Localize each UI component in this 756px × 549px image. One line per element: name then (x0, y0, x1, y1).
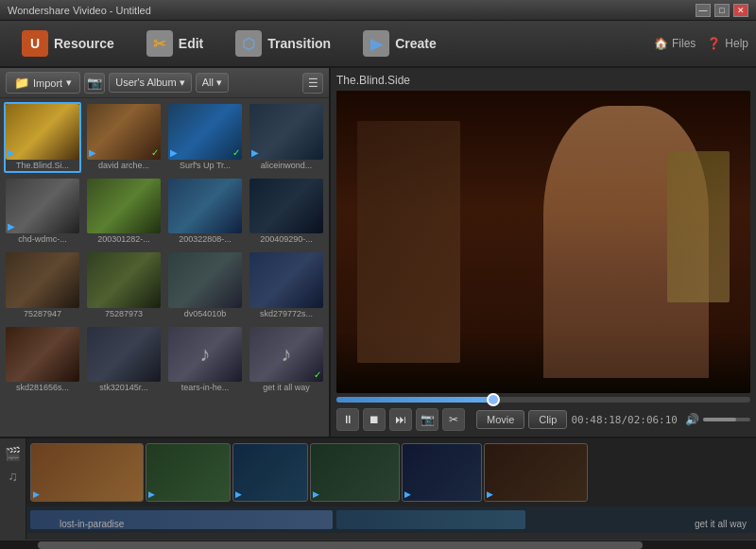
close-button[interactable]: ✕ (733, 4, 748, 17)
timeline-clip[interactable]: ▶ (402, 443, 482, 502)
movie-mode-button[interactable]: Movie (476, 410, 524, 429)
media-label: 200409290-... (249, 233, 323, 245)
sort-icon: ☰ (308, 77, 318, 90)
media-thumbnail (6, 327, 79, 383)
media-thumbnail: ▶ ✓ (87, 104, 161, 160)
audio-track: lost-in-paradise get it all way (26, 506, 756, 533)
clip-play-icon: ▶ (404, 489, 411, 499)
stop-button[interactable]: ⏹ (363, 408, 386, 431)
filter-selector[interactable]: All ▾ (196, 73, 229, 93)
scissors-icon: ✂ (449, 413, 458, 426)
media-item[interactable]: 200322808-... (166, 177, 244, 248)
help-button[interactable]: ❓ Help (707, 37, 748, 50)
media-thumbnail (87, 252, 161, 308)
video-icon: ▶ (89, 147, 96, 158)
snapshot-button[interactable]: 📷 (416, 408, 438, 431)
scrubber-handle[interactable] (487, 393, 500, 406)
media-thumbnail (87, 327, 161, 383)
media-item[interactable]: ▶ chd-wdmc-... (4, 177, 81, 248)
media-item[interactable]: ▶ aliceinwond... (248, 102, 325, 173)
media-label: aliceinwond... (249, 160, 323, 171)
video-icon: ▶ (251, 147, 259, 158)
timeline-clip[interactable]: ▶ (232, 443, 308, 502)
check-icon: ✓ (314, 369, 321, 380)
timeline-track-icons: 🎬 ♫ (0, 438, 26, 540)
toolbar: U Resource ✂ Edit ⬡ Transition ▶ Create … (0, 21, 756, 68)
media-item[interactable]: stk320145r... (85, 325, 163, 396)
left-panel: 📁 Import ▾ 📷 User's Album ▾ All ▾ ☰ ▶ (0, 68, 331, 437)
toolbar-transition-button[interactable]: ⬡ Transition (221, 24, 345, 63)
edit-label: Edit (179, 36, 203, 51)
media-label: david arche... (87, 160, 161, 171)
volume-slider[interactable] (703, 418, 750, 421)
create-icon: ▶ (363, 30, 389, 57)
media-item[interactable]: ▶ The.Blind.Si... (4, 102, 81, 173)
toolbar-resource-button[interactable]: U Resource (8, 24, 129, 63)
media-label: dv054010b (168, 308, 242, 319)
files-button[interactable]: 🏠 Files (654, 37, 696, 50)
import-dropdown-icon: ▾ (66, 77, 72, 89)
media-item[interactable]: ♪ ✓ get it all way (248, 325, 325, 396)
media-item[interactable]: skd281656s... (4, 325, 81, 396)
toolbar-edit-button[interactable]: ✂ Edit (132, 24, 217, 63)
help-icon: ❓ (707, 37, 721, 50)
camera-icon: 📷 (421, 413, 435, 426)
media-item[interactable]: 200409290-... (248, 177, 325, 248)
minimize-button[interactable]: — (696, 4, 711, 17)
title-bar: Wondershare Vivideo - Untitled — □ ✕ (0, 0, 756, 21)
media-item[interactable]: 75287947 (4, 250, 81, 321)
scrollbar-thumb[interactable] (38, 541, 643, 549)
window-controls[interactable]: — □ ✕ (696, 4, 748, 17)
media-thumbnail: ♪ (168, 327, 242, 383)
media-label: tears-in-he... (168, 382, 242, 393)
edit-icon: ✂ (146, 30, 173, 57)
media-item[interactable]: ▶ ✓ Surf's Up Tr... (166, 102, 244, 173)
media-item[interactable]: skd279772s... (248, 250, 325, 321)
album-selector[interactable]: User's Album ▾ (109, 73, 192, 93)
next-icon: ⏭ (395, 413, 406, 426)
timeline-clip[interactable]: ▶ (310, 443, 400, 502)
timeline-clip[interactable]: ▶ (484, 443, 588, 502)
maximize-button[interactable]: □ (714, 4, 730, 17)
timeline-clip[interactable]: ▶ (30, 443, 144, 502)
timeline-content[interactable]: ▶ ▶ ▶ ▶ ▶ ▶ (26, 438, 756, 540)
media-thumbnail (168, 252, 242, 308)
timeline-clip[interactable]: ▶ (146, 443, 231, 502)
timecode-display: 00:48:18/02:06:10 (571, 414, 678, 426)
video-preview[interactable] (336, 91, 750, 393)
sort-button[interactable]: ☰ (302, 73, 323, 94)
clip-play-icon: ▶ (313, 489, 319, 499)
video-scrubber[interactable] (336, 397, 750, 403)
audio-track-icon: ♫ (8, 469, 18, 484)
media-item[interactable]: dv054010b (166, 250, 244, 321)
transition-icon: ⬡ (235, 30, 262, 57)
pause-button[interactable]: ⏸ (336, 408, 359, 431)
media-item[interactable]: ♪ tears-in-he... (166, 325, 244, 396)
import-button[interactable]: 📁 Import ▾ (6, 72, 80, 94)
media-thumbnail (249, 179, 323, 234)
next-frame-button[interactable]: ⏭ (389, 408, 412, 431)
resource-label: Resource (54, 36, 114, 51)
toolbar-create-button[interactable]: ▶ Create (349, 24, 451, 63)
clip-mode-button[interactable]: Clip (528, 410, 567, 429)
help-label: Help (725, 37, 748, 50)
media-label: Surf's Up Tr... (168, 160, 242, 171)
media-label: get it all way (249, 382, 323, 393)
check-icon: ✓ (151, 147, 159, 158)
camera-capture-button[interactable]: 📷 (84, 73, 105, 94)
media-item[interactable]: 75287973 (85, 250, 163, 321)
video-track-icon: 🎬 (5, 446, 21, 461)
left-toolbar: 📁 Import ▾ 📷 User's Album ▾ All ▾ ☰ (0, 68, 329, 98)
scrubber-track[interactable] (336, 397, 750, 403)
media-item[interactable]: 200301282-... (85, 177, 163, 248)
media-label: The.Blind.Si... (6, 160, 79, 171)
transition-label: Transition (267, 36, 331, 51)
clip-button[interactable]: ✂ (442, 408, 465, 431)
audio-clip[interactable] (336, 510, 525, 529)
audio-clip[interactable] (30, 510, 333, 529)
horizontal-scrollbar[interactable] (0, 540, 756, 549)
audio-label-right: get it all way (695, 519, 747, 529)
media-item[interactable]: ▶ ✓ david arche... (85, 102, 163, 173)
media-label: stk320145r... (87, 382, 161, 393)
video-icon: ▶ (8, 221, 15, 232)
